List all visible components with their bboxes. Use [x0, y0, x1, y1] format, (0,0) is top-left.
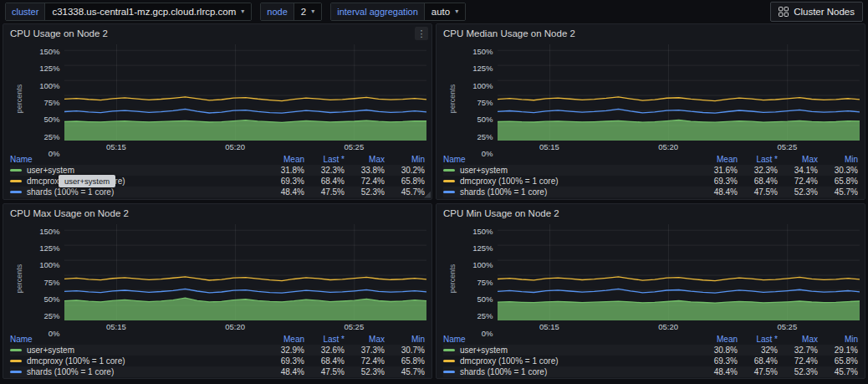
cluster-variable-dropdown[interactable]: c31338.us-central1-mz.gcp.cloud.rlrcp.co…: [45, 3, 251, 20]
plot-area[interactable]: [498, 224, 860, 320]
legend-stat-last: 32.6%: [304, 346, 345, 355]
legend-series-name[interactable]: shards (100% = 1 core): [443, 367, 697, 376]
legend-header-mean[interactable]: Mean: [697, 155, 738, 164]
legend-row: user+system31.6%32.3%34.1%30.3%: [443, 165, 858, 176]
legend-row: dmcproxy (100% = 1 core)69.3%68.4%72.4%6…: [443, 356, 858, 366]
panel-header: CPU Min Usage on Node 2: [437, 204, 865, 223]
legend-series-name[interactable]: dmcproxy (100% = 1 core): [10, 177, 264, 186]
plot-area[interactable]: [64, 44, 426, 141]
legend-series-name[interactable]: shards (100% = 1 core): [10, 187, 264, 197]
legend-series-name[interactable]: dmcproxy (100% = 1 core): [10, 356, 264, 366]
legend-header-last[interactable]: Last *: [304, 335, 345, 344]
legend-header-name[interactable]: Name: [443, 155, 697, 164]
y-axis-ticks: 0%25%50%75%100%125%150%: [467, 224, 498, 333]
x-tick-label: 05:25: [777, 322, 797, 331]
series-color-swatch: [443, 169, 455, 172]
chevron-down-icon: ▾: [311, 8, 314, 15]
legend-header-mean[interactable]: Mean: [264, 335, 304, 344]
legend-series-name[interactable]: user+system: [10, 166, 264, 175]
legend-stat-mean: 69.3%: [697, 177, 738, 186]
series-line-shards: [498, 289, 860, 293]
y-tick-label: 50%: [477, 115, 493, 124]
legend-stat-last: 68.4%: [738, 356, 778, 366]
x-tick-label: 05:20: [225, 322, 245, 331]
legend-series-name[interactable]: user+system: [443, 346, 697, 355]
legend-stat-max: 52.3%: [778, 187, 818, 197]
cluster-nodes-button[interactable]: Cluster Nodes: [770, 2, 863, 22]
legend-series-name[interactable]: shards (100% = 1 core): [443, 187, 697, 197]
panel-title[interactable]: CPU Usage on Node 2: [10, 28, 108, 38]
series-color-swatch: [10, 371, 22, 373]
y-tick-label: 150%: [472, 226, 493, 235]
legend-header-min[interactable]: Min: [385, 155, 425, 164]
legend-header-last[interactable]: Last *: [304, 155, 345, 164]
node-variable-dropdown[interactable]: 2 ▾: [294, 3, 321, 20]
y-tick-label: 75%: [44, 98, 60, 107]
y-tick-label: 25%: [44, 311, 60, 320]
legend-header-max[interactable]: Max: [345, 335, 385, 344]
y-axis-ticks: 0%25%50%75%100%125%150%: [34, 44, 64, 153]
x-tick-label: 05:25: [344, 322, 364, 331]
legend-header-last[interactable]: Last *: [738, 335, 778, 344]
x-tick-label: 05:20: [225, 142, 245, 151]
y-tick-label: 125%: [472, 64, 493, 73]
legend-header-max[interactable]: Max: [778, 335, 818, 344]
panel-title[interactable]: CPU Max Usage on Node 2: [10, 208, 129, 218]
interval-aggregation-dropdown[interactable]: auto ▾: [425, 3, 465, 20]
legend-header-name[interactable]: Name: [443, 335, 697, 344]
y-tick-label: 25%: [477, 131, 493, 141]
legend-header-min[interactable]: Min: [818, 335, 858, 344]
legend-series-name[interactable]: user+system: [443, 166, 697, 175]
legend-stat-min: 45.7%: [385, 367, 425, 376]
x-axis-ticks: 05:1505:2005:25: [498, 141, 860, 153]
panel-title[interactable]: CPU Min Usage on Node 2: [443, 208, 559, 218]
series-line-shards: [64, 109, 426, 113]
legend-header-row: NameMeanLast *MaxMin: [443, 154, 858, 165]
legend-stat-min: 29.1%: [818, 346, 858, 355]
chevron-down-icon: ▾: [241, 8, 244, 15]
legend-stat-last: 47.5%: [304, 367, 345, 376]
legend-header-mean[interactable]: Mean: [264, 155, 304, 164]
dashboard-toolbar: cluster c31338.us-central1-mz.gcp.cloud.…: [0, 0, 868, 23]
dashboard-grid: CPU Usage on Node 2⋮percents0%25%50%75%1…: [0, 23, 868, 381]
legend-series-name[interactable]: user+system: [10, 346, 264, 355]
legend-header-min[interactable]: Min: [385, 335, 425, 344]
legend-series-name[interactable]: dmcproxy (100% = 1 core): [443, 356, 697, 366]
legend-stat-last: 68.4%: [304, 177, 345, 186]
legend-header-name[interactable]: Name: [10, 335, 264, 344]
plot-area[interactable]: [498, 44, 860, 141]
x-tick-label: 05:15: [539, 142, 559, 151]
area-fill-user+system: [498, 300, 860, 320]
x-tick-label: 05:15: [106, 322, 126, 331]
y-tick-label: 75%: [477, 98, 493, 107]
y-tick-label: 125%: [39, 243, 59, 252]
series-color-swatch: [443, 180, 455, 182]
legend-header-max[interactable]: Max: [345, 155, 385, 164]
y-tick-label: 50%: [44, 294, 60, 303]
plot-area-wrap: 05:1505:2005:25: [498, 224, 860, 333]
legend-header-row: NameMeanLast *MaxMin: [443, 334, 858, 345]
panel-menu-icon[interactable]: ⋮: [415, 27, 428, 40]
legend-series-name[interactable]: dmcproxy (100% = 1 core): [443, 177, 697, 186]
legend-stat-min: 30.2%: [385, 166, 425, 175]
legend-stat-max: 72.4%: [345, 177, 385, 186]
legend-header-mean[interactable]: Mean: [697, 335, 738, 344]
legend-header-min[interactable]: Min: [818, 155, 858, 164]
y-tick-label: 75%: [477, 277, 493, 286]
cluster-variable-value: c31338.us-central1-mz.gcp.cloud.rlrcp.co…: [52, 7, 236, 17]
y-axis-label: percents: [5, 44, 34, 153]
area-fill-user+system: [64, 298, 426, 320]
legend-row: dmcproxy (100% = 1 core)69.3%68.4%72.4%6…: [443, 176, 858, 187]
legend-stat-min: 65.8%: [385, 177, 425, 186]
series-color-swatch: [10, 180, 22, 182]
panel-cpu-max-usage-on-node-2: CPU Max Usage on Node 2percents0%25%50%7…: [3, 203, 432, 380]
legend-series-name[interactable]: shards (100% = 1 core): [10, 367, 264, 376]
series-color-swatch: [10, 191, 22, 193]
legend-header-max[interactable]: Max: [778, 155, 818, 164]
legend-header-last[interactable]: Last *: [738, 155, 778, 164]
legend-header-name[interactable]: Name: [10, 155, 264, 164]
x-axis-ticks: 05:1505:2005:25: [64, 320, 426, 333]
panel-title[interactable]: CPU Median Usage on Node 2: [443, 28, 575, 38]
legend-stat-max: 33.8%: [345, 166, 385, 175]
plot-area[interactable]: [64, 224, 426, 320]
